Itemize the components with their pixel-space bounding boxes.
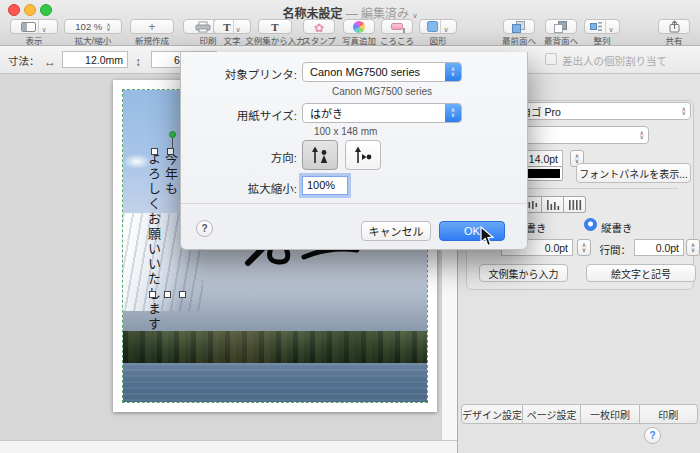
printer-value: Canon MG7500 series — [310, 66, 420, 78]
zoom-label: 拡大/縮小 — [64, 34, 122, 46]
scale-input[interactable]: 100% — [302, 176, 348, 195]
bring-to-front-button[interactable] — [503, 19, 535, 34]
send-to-back-button[interactable] — [545, 19, 577, 34]
valign-justify-button[interactable] — [564, 196, 586, 213]
orientation-landscape-button[interactable] — [345, 140, 381, 170]
sender-assign-label: 差出人の個別割り当て — [562, 53, 667, 68]
symbols-button[interactable]: 絵文字と記号 — [586, 264, 696, 282]
align-icon — [590, 21, 603, 32]
chevron-down-icon — [608, 18, 613, 36]
mouse-cursor — [480, 226, 495, 247]
paper-dimensions: 100 x 148 mm — [314, 126, 377, 137]
greeting-textbox[interactable]: 今年もよろしくお願いいたします — [145, 152, 179, 397]
orientation-portrait-button[interactable] — [302, 140, 338, 170]
shapes-label: 図形 — [403, 34, 473, 46]
tab-single-print[interactable]: 一枚印刷 — [581, 404, 639, 424]
line-spacing-field[interactable]: 0.0pt — [634, 239, 684, 256]
selection-handle[interactable] — [151, 148, 158, 155]
printer-label: 対象プリンタ: — [181, 66, 297, 82]
sender-assign-checkbox[interactable] — [545, 53, 557, 65]
width-arrow-icon — [44, 52, 56, 70]
align-label: 整列 — [584, 34, 620, 46]
paper-size-value: はがき — [310, 105, 343, 121]
title-chevron-icon[interactable] — [412, 11, 417, 20]
height-arrow-icon — [135, 52, 141, 70]
flower-stamp-icon — [314, 18, 324, 36]
landscape-orientation-icon — [353, 143, 373, 167]
char-spacing-stepper[interactable] — [577, 239, 591, 256]
view-label: 表示 — [10, 34, 58, 46]
chevron-down-icon — [443, 18, 448, 36]
new-document-button[interactable]: + — [130, 19, 174, 34]
phrase-input-button[interactable]: T — [258, 19, 292, 34]
cancel-button[interactable]: キャンセル — [361, 221, 431, 241]
greeting-line2: よろしくお願いいたします — [146, 152, 161, 332]
vertical-writing-radio[interactable] — [584, 218, 597, 231]
zoom-level-value: 102 % — [75, 21, 102, 32]
text-tool-button[interactable]: T — [213, 19, 251, 34]
printer-icon — [195, 21, 211, 33]
phrases-button[interactable]: 文例集から入力 — [479, 264, 568, 282]
share-button[interactable] — [658, 19, 690, 34]
blue-square-icon — [427, 21, 438, 32]
dimension-label: 寸法： — [8, 53, 40, 68]
bottom-tab-bar: デザイン設定 ページ設定 一枚印刷 印刷 — [461, 404, 698, 424]
selection-handle[interactable] — [164, 291, 171, 298]
select-arrows-icon — [682, 107, 686, 115]
valign-bottom-icon — [546, 199, 560, 211]
show-font-panel-button[interactable]: フォントパネルを表示... — [576, 163, 691, 183]
printer-status: Canon MG7500 series — [302, 86, 462, 97]
panel-help-button[interactable]: ? — [644, 427, 661, 444]
orientation-label: 方向: — [181, 149, 297, 165]
stamp-button[interactable] — [303, 19, 335, 34]
select-stepper-icon — [445, 62, 461, 82]
line-spacing-stepper[interactable] — [686, 239, 700, 256]
select-arrows-icon — [640, 131, 644, 139]
send-to-back-icon — [554, 21, 568, 33]
printer-select[interactable]: Canon MG7500 series — [302, 62, 462, 82]
color-wheel-icon — [353, 21, 365, 33]
rotation-handle-stem — [172, 138, 173, 148]
width-field[interactable]: 12.0mm — [62, 51, 128, 68]
bring-to-front-icon — [512, 21, 526, 33]
selection-handle[interactable] — [179, 291, 186, 298]
print-setup-dialog: 対象プリンタ: Canon MG7500 series Canon MG7500… — [180, 52, 528, 250]
zoom-level-stepper[interactable]: 102 % — [64, 19, 122, 34]
valign-bottom-button[interactable] — [542, 196, 564, 213]
app-window: 名称未設定 — 編集済み 表示 102 % 拡大/縮小 + 新規作成 — [0, 0, 700, 453]
view-button[interactable] — [10, 19, 58, 34]
chevron-down-icon — [236, 18, 241, 36]
dialog-help-button[interactable]: ? — [196, 220, 213, 237]
add-photo-button[interactable] — [343, 19, 375, 34]
select-stepper-icon — [445, 103, 461, 123]
sidebar-view-icon — [21, 22, 36, 32]
share-icon — [668, 20, 681, 33]
status-strip — [0, 440, 457, 453]
paper-size-label: 用紙サイズ: — [181, 107, 297, 123]
paper-size-select[interactable]: はがき — [302, 103, 462, 123]
selection-handle[interactable] — [149, 291, 156, 298]
new-document-label: 新規作成 — [130, 34, 174, 46]
stepper-arrows-icon — [106, 23, 110, 31]
text-T-icon: T — [223, 21, 230, 33]
plus-icon: + — [148, 20, 155, 34]
shapes-button[interactable] — [419, 19, 457, 34]
paint-roller-icon — [391, 23, 403, 30]
selection-handle[interactable] — [167, 148, 174, 155]
portrait-orientation-icon — [310, 143, 330, 167]
align-button[interactable] — [584, 19, 620, 34]
chevron-down-icon — [41, 18, 46, 36]
tab-page-settings[interactable]: ページ設定 — [523, 404, 581, 424]
ok-button[interactable]: OK — [439, 221, 505, 241]
titlebar-toolbar: 名称未設定 — 編集済み 表示 102 % 拡大/縮小 + 新規作成 — [0, 0, 700, 46]
text-T-icon: T — [271, 21, 278, 33]
vertical-writing-label: 縦書き — [601, 220, 633, 235]
scale-label: 拡大縮小: — [181, 180, 297, 196]
help-question-icon: ? — [649, 430, 655, 441]
dialog-separator — [181, 203, 527, 204]
rotation-handle[interactable] — [169, 131, 176, 138]
valign-justify-icon — [568, 199, 582, 211]
tab-design-settings[interactable]: デザイン設定 — [461, 404, 523, 424]
korokoro-button[interactable] — [381, 19, 413, 34]
tab-print[interactable]: 印刷 — [640, 404, 698, 424]
